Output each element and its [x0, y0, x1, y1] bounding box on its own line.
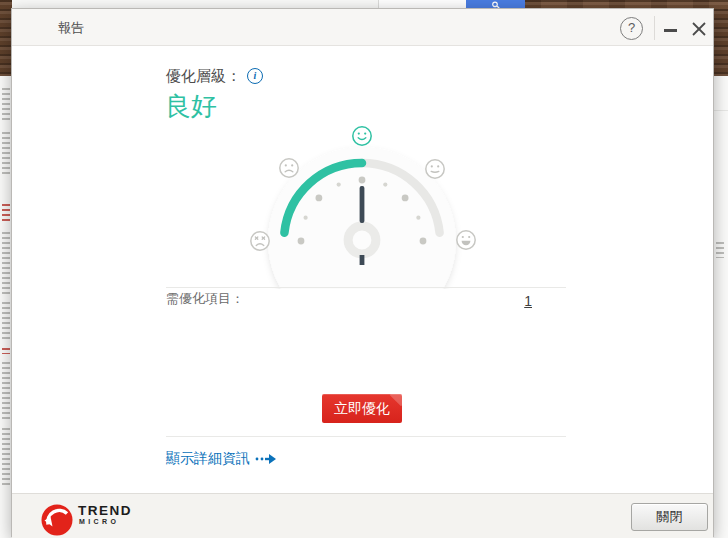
help-icon: ? [628, 20, 635, 35]
show-details-link[interactable]: 顯示詳細資訊 [166, 450, 277, 468]
close-icon[interactable] [691, 21, 707, 37]
mood-good-icon-active [353, 127, 371, 145]
titlebar-divider [654, 16, 655, 40]
info-icon[interactable]: i [247, 68, 263, 84]
brand-name-trend: TREND [78, 503, 132, 518]
optimize-now-button[interactable]: 立即優化 [322, 394, 402, 423]
close-dialog-button[interactable]: 關閉 [631, 503, 708, 531]
mood-sad-icon [280, 159, 298, 177]
background-artifact [2, 428, 10, 488]
desktop-wallpaper [714, 0, 728, 76]
mood-great-icon [457, 231, 475, 249]
help-button[interactable]: ? [620, 17, 643, 40]
mood-okay-icon [426, 160, 444, 178]
optimization-level-value: 良好 [165, 89, 217, 124]
optimization-level-label: 優化層級： [166, 67, 241, 86]
mood-angry-icon [251, 232, 269, 250]
background-artifact [2, 362, 10, 420]
window-title: 報告 [58, 19, 84, 37]
background-artifact [714, 110, 728, 111]
minimize-icon[interactable] [664, 29, 677, 32]
items-to-optimize-label: 需優化項目： [166, 290, 244, 308]
background-artifact [716, 242, 724, 258]
background-artifact [2, 232, 10, 294]
background-artifact [2, 132, 10, 174]
optimization-gauge [237, 117, 489, 289]
background-artifact [2, 302, 10, 342]
report-dialog: 報告 ? 優化層級： i 良好 [11, 8, 714, 537]
brand-name-micro: MICRO [79, 518, 119, 525]
gauge-needle-tail [360, 255, 365, 265]
items-to-optimize-count-link[interactable]: 1 [506, 293, 532, 309]
background-artifact [2, 204, 10, 224]
details-arrow-icon [255, 453, 277, 465]
section-divider [166, 287, 566, 288]
section-divider [166, 436, 566, 437]
background-artifact [2, 348, 10, 354]
titlebar[interactable]: 報告 ? [12, 9, 713, 46]
background-artifact [2, 88, 10, 120]
dialog-footer: TREND MICRO 關閉 [12, 493, 713, 538]
gauge-needle [360, 186, 365, 223]
trend-micro-logo-icon [40, 503, 74, 537]
